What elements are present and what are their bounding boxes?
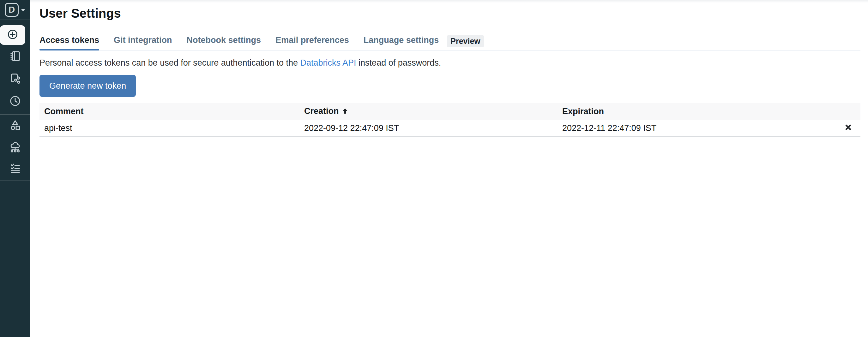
sidebar-divider — [0, 180, 30, 181]
main-content: User Settings Access tokens Git integrat… — [30, 0, 868, 337]
table-header-row: Comment Creation Expiration — [39, 103, 861, 120]
task-list-icon — [9, 162, 22, 176]
intro-text: Personal access tokens can be used for s… — [39, 58, 861, 68]
column-header-actions — [826, 103, 861, 120]
access-tokens-table: Comment Creation Expiration api-test 202… — [39, 103, 861, 137]
databricks-logo-icon: D — [5, 3, 19, 17]
token-actions-cell — [826, 120, 861, 137]
sidebar-item-compute[interactable] — [0, 142, 30, 154]
column-header-comment[interactable]: Comment — [39, 103, 300, 120]
clock-icon — [9, 95, 22, 108]
sidebar-item-new[interactable] — [0, 25, 25, 45]
column-header-expiration[interactable]: Expiration — [558, 103, 826, 120]
data-shapes-icon — [9, 119, 22, 133]
token-creation-cell: 2022-09-12 22:47:09 IST — [300, 120, 558, 137]
tab-language-settings[interactable]: Language settings — [364, 35, 439, 50]
revoke-token-button[interactable] — [844, 123, 852, 131]
workspace-switcher[interactable]: D — [0, 0, 30, 20]
git-repo-icon — [9, 72, 22, 86]
sidebar-item-workflows[interactable] — [0, 163, 30, 175]
page-title: User Settings — [39, 6, 861, 21]
sidebar-divider — [0, 20, 30, 20]
intro-text-before: Personal access tokens can be used for s… — [39, 58, 300, 68]
sidebar-item-recents[interactable] — [0, 95, 30, 108]
compute-cloud-icon — [9, 141, 22, 155]
chevron-down-icon — [21, 9, 25, 11]
tab-git-integration[interactable]: Git integration — [114, 35, 172, 50]
sort-ascending-arrow-icon — [342, 107, 348, 117]
sidebar-item-repos[interactable] — [0, 73, 30, 86]
preview-badge: Preview — [447, 35, 484, 47]
sidebar-item-workspace[interactable] — [0, 50, 30, 63]
generate-new-token-button[interactable]: Generate new token — [39, 75, 136, 97]
close-x-icon — [844, 128, 852, 132]
tab-email-preferences[interactable]: Email preferences — [275, 35, 349, 50]
column-header-creation[interactable]: Creation — [300, 103, 558, 120]
token-expiration-cell: 2022-12-11 22:47:09 IST — [558, 120, 826, 137]
intro-text-after: instead of passwords. — [356, 58, 441, 68]
sidebar-item-data[interactable] — [0, 120, 30, 132]
tab-access-tokens[interactable]: Access tokens — [39, 35, 99, 50]
sidebar-divider — [0, 114, 30, 115]
token-row: api-test 2022-09-12 22:47:09 IST 2022-12… — [39, 120, 861, 137]
top-shadow — [30, 0, 868, 3]
column-header-creation-label: Creation — [304, 106, 339, 116]
tab-notebook-settings[interactable]: Notebook settings — [187, 35, 261, 50]
plus-circle-icon — [7, 28, 19, 42]
notebook-icon — [9, 50, 22, 64]
sidebar: D — [0, 0, 30, 337]
settings-tabbar: Access tokens Git integration Notebook s… — [39, 35, 861, 50]
databricks-api-link[interactable]: Databricks API — [300, 58, 356, 68]
token-comment-cell: api-test — [39, 120, 300, 137]
